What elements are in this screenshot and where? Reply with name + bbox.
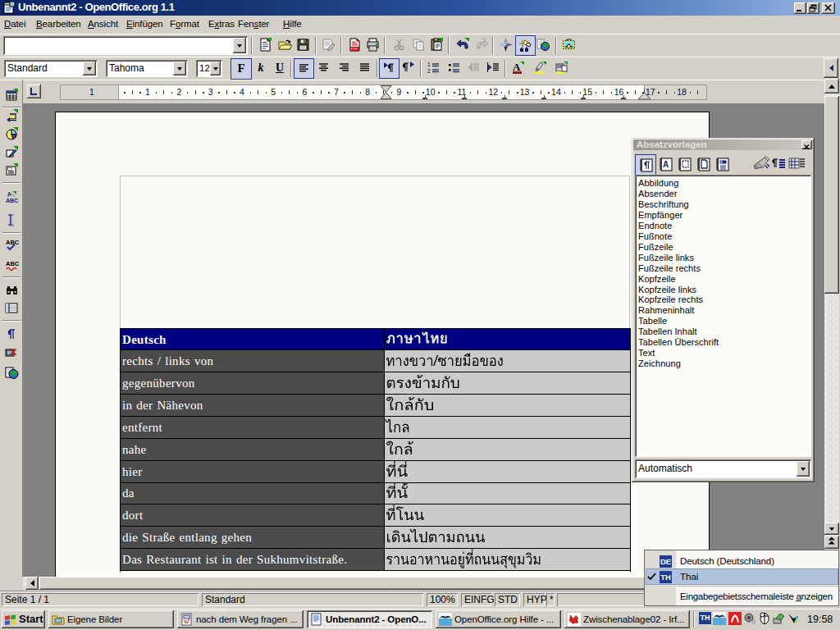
svg-text:1: 1 [427, 62, 431, 67]
svg-text:PDF: PDF [351, 47, 358, 51]
svg-text:2: 2 [427, 68, 431, 74]
svg-text:ABC: ABC [6, 239, 19, 246]
svg-text:A: A [7, 191, 11, 197]
svg-text:A: A [513, 61, 521, 73]
svg-text:ABC: ABC [6, 198, 18, 203]
svg-text:A: A [663, 160, 669, 169]
svg-text:ABC: ABC [6, 260, 19, 267]
